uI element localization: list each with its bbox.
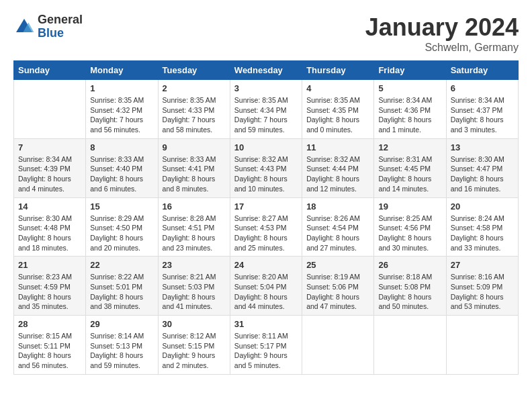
day-info: Sunrise: 8:33 AM Sunset: 4:41 PM Dayligh…	[163, 154, 226, 194]
day-number: 15	[90, 201, 153, 212]
calendar-cell: 25Sunrise: 8:19 AM Sunset: 5:06 PM Dayli…	[302, 257, 374, 316]
day-number: 19	[378, 201, 441, 212]
day-info: Sunrise: 8:35 AM Sunset: 4:35 PM Dayligh…	[306, 95, 369, 135]
day-header-saturday: Saturday	[446, 61, 518, 80]
calendar-cell: 11Sunrise: 8:32 AM Sunset: 4:44 PM Dayli…	[302, 138, 374, 197]
calendar-cell: 20Sunrise: 8:24 AM Sunset: 4:58 PM Dayli…	[446, 197, 518, 257]
day-number: 18	[306, 201, 369, 212]
calendar-cell: 29Sunrise: 8:14 AM Sunset: 5:13 PM Dayli…	[86, 316, 158, 375]
day-number: 29	[90, 319, 153, 329]
day-info: Sunrise: 8:35 AM Sunset: 4:34 PM Dayligh…	[234, 95, 298, 135]
calendar-cell	[446, 316, 518, 375]
day-info: Sunrise: 8:12 AM Sunset: 5:15 PM Dayligh…	[163, 331, 226, 371]
day-info: Sunrise: 8:28 AM Sunset: 4:51 PM Dayligh…	[163, 214, 226, 253]
day-info: Sunrise: 8:33 AM Sunset: 4:40 PM Dayligh…	[90, 154, 153, 194]
day-info: Sunrise: 8:34 AM Sunset: 4:36 PM Dayligh…	[378, 95, 441, 135]
day-number: 30	[163, 319, 226, 329]
calendar-cell: 27Sunrise: 8:16 AM Sunset: 5:09 PM Dayli…	[446, 257, 518, 316]
day-info: Sunrise: 8:21 AM Sunset: 5:03 PM Dayligh…	[163, 272, 226, 312]
main-title: January 2024	[365, 13, 519, 42]
day-info: Sunrise: 8:26 AM Sunset: 4:54 PM Dayligh…	[306, 214, 369, 253]
day-info: Sunrise: 8:32 AM Sunset: 4:43 PM Dayligh…	[234, 154, 298, 194]
week-row-5: 28Sunrise: 8:15 AM Sunset: 5:11 PM Dayli…	[14, 316, 519, 375]
day-info: Sunrise: 8:32 AM Sunset: 4:44 PM Dayligh…	[306, 154, 369, 194]
calendar-cell: 6Sunrise: 8:34 AM Sunset: 4:37 PM Daylig…	[446, 80, 518, 139]
day-info: Sunrise: 8:34 AM Sunset: 4:37 PM Dayligh…	[451, 95, 514, 135]
week-row-2: 7Sunrise: 8:34 AM Sunset: 4:39 PM Daylig…	[14, 138, 519, 197]
day-info: Sunrise: 8:35 AM Sunset: 4:32 PM Dayligh…	[90, 95, 153, 135]
calendar-cell: 18Sunrise: 8:26 AM Sunset: 4:54 PM Dayli…	[302, 197, 374, 257]
logo-icon	[13, 16, 35, 38]
day-header-monday: Monday	[86, 61, 158, 80]
week-row-3: 14Sunrise: 8:30 AM Sunset: 4:48 PM Dayli…	[14, 197, 519, 257]
day-info: Sunrise: 8:34 AM Sunset: 4:39 PM Dayligh…	[18, 154, 81, 194]
day-header-thursday: Thursday	[302, 61, 374, 80]
day-info: Sunrise: 8:11 AM Sunset: 5:17 PM Dayligh…	[234, 331, 298, 371]
day-number: 1	[90, 83, 153, 93]
day-number: 25	[306, 260, 369, 270]
day-header-wednesday: Wednesday	[230, 61, 302, 80]
day-info: Sunrise: 8:30 AM Sunset: 4:47 PM Dayligh…	[451, 154, 514, 194]
calendar-cell: 17Sunrise: 8:27 AM Sunset: 4:53 PM Dayli…	[230, 197, 302, 257]
day-info: Sunrise: 8:18 AM Sunset: 5:08 PM Dayligh…	[378, 272, 441, 312]
day-info: Sunrise: 8:14 AM Sunset: 5:13 PM Dayligh…	[90, 331, 153, 371]
subtitle: Schwelm, Germany	[365, 42, 519, 54]
calendar-cell	[374, 316, 446, 375]
calendar-cell: 22Sunrise: 8:22 AM Sunset: 5:01 PM Dayli…	[86, 257, 158, 316]
calendar-cell: 8Sunrise: 8:33 AM Sunset: 4:40 PM Daylig…	[86, 138, 158, 197]
day-info: Sunrise: 8:23 AM Sunset: 4:59 PM Dayligh…	[18, 272, 81, 312]
day-header-sunday: Sunday	[14, 61, 86, 80]
logo-blue-text: Blue	[38, 27, 83, 40]
page-container: General Blue January 2024 Schwelm, Germa…	[13, 13, 519, 375]
week-row-1: 1Sunrise: 8:35 AM Sunset: 4:32 PM Daylig…	[14, 80, 519, 139]
calendar-cell: 12Sunrise: 8:31 AM Sunset: 4:45 PM Dayli…	[374, 138, 446, 197]
header: General Blue January 2024 Schwelm, Germa…	[13, 13, 519, 54]
day-number: 28	[18, 319, 81, 329]
calendar-cell: 26Sunrise: 8:18 AM Sunset: 5:08 PM Dayli…	[374, 257, 446, 316]
calendar-cell: 15Sunrise: 8:29 AM Sunset: 4:50 PM Dayli…	[86, 197, 158, 257]
title-section: January 2024 Schwelm, Germany	[365, 13, 519, 54]
calendar-cell: 10Sunrise: 8:32 AM Sunset: 4:43 PM Dayli…	[230, 138, 302, 197]
day-info: Sunrise: 8:31 AM Sunset: 4:45 PM Dayligh…	[378, 154, 441, 194]
logo-text: General Blue	[38, 13, 83, 40]
day-number: 31	[234, 319, 298, 329]
day-header-friday: Friday	[374, 61, 446, 80]
calendar-cell: 3Sunrise: 8:35 AM Sunset: 4:34 PM Daylig…	[230, 80, 302, 139]
day-headers-row: SundayMondayTuesdayWednesdayThursdayFrid…	[14, 61, 519, 80]
calendar-cell: 31Sunrise: 8:11 AM Sunset: 5:17 PM Dayli…	[230, 316, 302, 375]
day-number: 23	[163, 260, 226, 270]
day-number: 3	[234, 83, 298, 93]
day-number: 10	[234, 142, 298, 152]
calendar-cell: 16Sunrise: 8:28 AM Sunset: 4:51 PM Dayli…	[158, 197, 230, 257]
day-info: Sunrise: 8:30 AM Sunset: 4:48 PM Dayligh…	[18, 214, 81, 253]
day-number: 16	[163, 201, 226, 212]
calendar-cell: 24Sunrise: 8:20 AM Sunset: 5:04 PM Dayli…	[230, 257, 302, 316]
calendar-cell: 19Sunrise: 8:25 AM Sunset: 4:56 PM Dayli…	[374, 197, 446, 257]
day-info: Sunrise: 8:22 AM Sunset: 5:01 PM Dayligh…	[90, 272, 153, 312]
day-number: 26	[378, 260, 441, 270]
day-number: 4	[306, 83, 369, 93]
day-number: 5	[378, 83, 441, 93]
day-info: Sunrise: 8:19 AM Sunset: 5:06 PM Dayligh…	[306, 272, 369, 312]
week-row-4: 21Sunrise: 8:23 AM Sunset: 4:59 PM Dayli…	[14, 257, 519, 316]
calendar-cell: 7Sunrise: 8:34 AM Sunset: 4:39 PM Daylig…	[14, 138, 86, 197]
calendar-cell: 30Sunrise: 8:12 AM Sunset: 5:15 PM Dayli…	[158, 316, 230, 375]
day-number: 24	[234, 260, 298, 270]
logo-general-text: General	[38, 13, 83, 27]
calendar-cell	[302, 316, 374, 375]
day-number: 12	[378, 142, 441, 152]
day-number: 13	[451, 142, 514, 152]
calendar-cell: 9Sunrise: 8:33 AM Sunset: 4:41 PM Daylig…	[158, 138, 230, 197]
day-number: 11	[306, 142, 369, 152]
day-number: 8	[90, 142, 153, 152]
calendar-cell: 14Sunrise: 8:30 AM Sunset: 4:48 PM Dayli…	[14, 197, 86, 257]
day-info: Sunrise: 8:16 AM Sunset: 5:09 PM Dayligh…	[451, 272, 514, 312]
calendar-cell: 23Sunrise: 8:21 AM Sunset: 5:03 PM Dayli…	[158, 257, 230, 316]
day-number: 6	[451, 83, 514, 93]
calendar-cell	[14, 80, 86, 139]
day-number: 21	[18, 260, 81, 270]
calendar-table: SundayMondayTuesdayWednesdayThursdayFrid…	[13, 60, 519, 375]
day-number: 7	[18, 142, 81, 152]
calendar-cell: 2Sunrise: 8:35 AM Sunset: 4:33 PM Daylig…	[158, 80, 230, 139]
day-info: Sunrise: 8:20 AM Sunset: 5:04 PM Dayligh…	[234, 272, 298, 312]
